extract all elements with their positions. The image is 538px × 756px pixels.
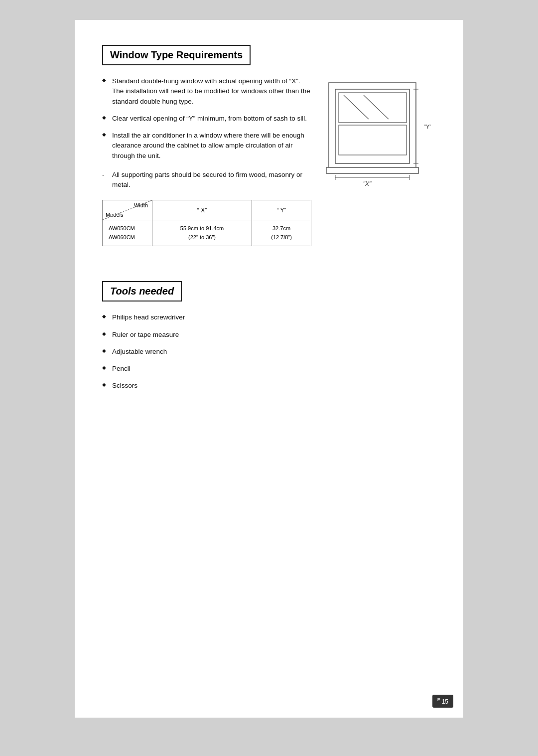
svg-rect-1	[335, 89, 409, 163]
sub-bullet-item: All supporting parts should be secured t…	[102, 170, 311, 190]
page-number-prefix: E-	[437, 697, 442, 702]
table-header-models: Models	[106, 212, 123, 218]
tools-needed-section: Tools needed Philips head screwdriver Ru…	[102, 281, 436, 391]
window-diagram-svg: "X" "Y" min	[326, 80, 431, 190]
tool-item-1: Philips head screwdriver	[102, 312, 436, 322]
svg-rect-0	[329, 83, 416, 170]
requirements-list: Standard double-hung window with actual …	[102, 76, 311, 161]
svg-rect-2	[339, 93, 406, 123]
tool-item-4: Pencil	[102, 364, 436, 374]
page-number: E-15	[432, 695, 453, 708]
window-requirements-section: Window Type Requirements Standard double…	[102, 45, 436, 261]
table-header-diagonal: Width Models	[103, 200, 152, 220]
left-content: Standard double-hung window with actual …	[102, 76, 311, 261]
tools-needed-title: Tools needed	[102, 281, 182, 302]
svg-rect-5	[339, 125, 406, 155]
svg-rect-6	[326, 167, 418, 173]
svg-line-4	[364, 95, 389, 119]
list-item: Standard double-hung window with actual …	[102, 76, 311, 107]
table-cell-x: 55.9cm to 91.4cm(22" to 36")	[152, 220, 252, 246]
window-diagram-container: "X" "Y" min	[326, 76, 436, 261]
models-table: Width Models “ X” “ Y” AW050CMAW060CM 55…	[102, 200, 311, 246]
svg-text:"Y" min: "Y" min	[424, 124, 431, 130]
list-item: Install the air conditioner in a window …	[102, 131, 311, 161]
svg-text:"X": "X"	[363, 180, 372, 187]
svg-line-3	[344, 95, 369, 119]
tool-item-3: Adjustable wrench	[102, 347, 436, 357]
table-header-y: “ Y”	[252, 200, 311, 220]
tools-list: Philips head screwdriver Ruler or tape m…	[102, 312, 436, 391]
tool-item-2: Ruler or tape measure	[102, 330, 436, 340]
table-header-width: Width	[134, 202, 148, 208]
table-cell-y: 32.7cm(12 7/8")	[252, 220, 311, 246]
tool-item-5: Scissors	[102, 381, 436, 391]
window-requirements-title: Window Type Requirements	[102, 45, 251, 65]
page: Window Type Requirements Standard double…	[75, 20, 463, 718]
table-row: AW050CMAW060CM 55.9cm to 91.4cm(22" to 3…	[103, 220, 311, 246]
list-item: Clear vertical opening of “Y” minimum, f…	[102, 114, 311, 124]
page-number-value: 15	[442, 698, 448, 705]
table-header-x: “ X”	[152, 200, 252, 220]
table-cell-models: AW050CMAW060CM	[103, 220, 152, 246]
